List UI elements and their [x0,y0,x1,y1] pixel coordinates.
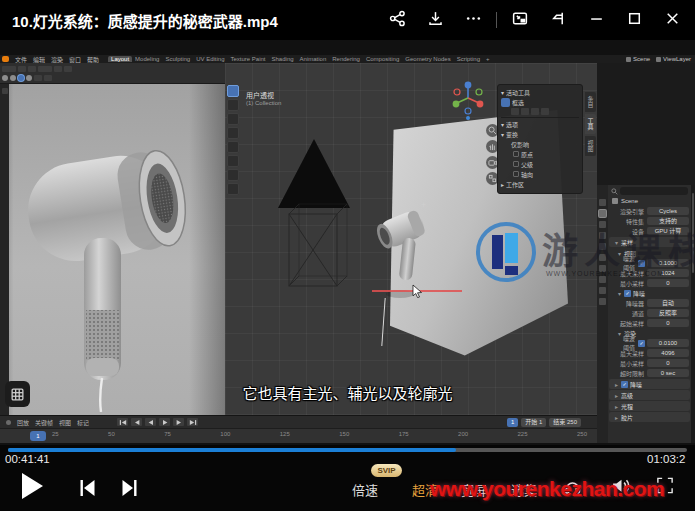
property-value[interactable]: 0.0100 [647,339,689,347]
header-chip[interactable] [18,66,26,72]
outliner-panel[interactable] [597,63,695,185]
sidebar-tab[interactable]: 条目 [585,92,596,112]
timeline-menu-item[interactable]: 标记 [77,418,89,427]
mini-window-button[interactable] [543,6,573,34]
viewlayer-tab-icon[interactable] [599,232,606,239]
data-tab-icon[interactable] [599,298,606,305]
current-frame-indicator[interactable]: 1 [30,431,46,441]
tool-move[interactable] [227,113,239,125]
tool-tab-icon[interactable] [599,199,606,206]
timeline-menu-item[interactable]: 回放 [17,418,29,427]
property-value[interactable]: 反照率 [647,309,689,317]
mode-icon[interactable] [531,108,539,115]
jump-to-end-button[interactable] [187,418,198,426]
tool-transform[interactable] [227,155,239,167]
workspace-tab[interactable]: Rendering [329,56,363,62]
viewlayer-selector[interactable]: ViewLayer [656,56,691,62]
main-3d-viewport[interactable]: 用户透视 (1) Collection [225,63,597,415]
episodes-button[interactable]: 选集 [511,480,537,499]
property-row[interactable]: 降噪器 自动 [608,298,691,308]
object-tab-icon[interactable] [599,265,606,272]
share-button[interactable] [382,6,412,34]
workspace-tab[interactable]: Scripting [454,56,483,62]
menu-item[interactable]: 文件 [12,55,30,63]
property-row[interactable]: 最小采样 0 [608,358,691,368]
property-row[interactable]: ▾ ✓ 降噪 [608,288,691,298]
progress-bar[interactable] [8,448,687,452]
wireframe-cage-object[interactable] [283,200,353,292]
proportional-edit-icon[interactable] [64,66,72,72]
property-row[interactable]: 渲染引擎 Cycles [608,206,691,216]
picture-in-picture-button[interactable] [505,6,535,34]
minimize-button[interactable] [581,6,611,34]
next-button[interactable] [118,477,141,503]
checkbox[interactable] [513,151,519,157]
workspace-tab[interactable]: Texture Paint [228,56,269,62]
sidebar-tab[interactable]: 工具 [585,114,596,134]
workspace-tab[interactable]: Geometry Nodes [402,56,453,62]
workspace-header[interactable]: ▸工作区 [501,179,579,189]
checkbox[interactable]: ✓ [638,260,645,267]
checkbox-row[interactable]: 父级 [501,159,579,169]
active-tool-row[interactable]: 框选 [501,97,579,107]
menu-item[interactable]: 帮助 [84,55,102,63]
workspace-tab[interactable]: Sculpting [162,56,193,62]
play-button[interactable] [22,473,43,499]
active-tool-header[interactable]: ▾活动工具 [501,87,579,97]
property-value[interactable]: 0 [647,319,689,327]
shading-wireframe-icon[interactable] [2,75,8,81]
tool-annotate[interactable] [227,169,239,181]
output-tab-icon[interactable] [599,221,606,228]
frame-end-field[interactable]: 结束 250 [549,418,581,427]
property-row[interactable]: ▸ 胶片 [609,412,690,422]
property-value[interactable]: 1024 [647,269,689,277]
property-row[interactable]: 最小采样 0 [608,278,691,288]
options-header[interactable]: ▾选项 [501,119,579,129]
property-row[interactable]: ▾ 采样 [609,237,690,247]
editor-type-icon[interactable] [6,420,11,425]
property-value[interactable]: 支持的 [647,217,689,225]
timeline-menu-item[interactable]: 关键帧 [35,418,53,427]
playback-speed-button[interactable]: 倍速 [352,480,378,499]
navigation-gizmo[interactable] [450,80,486,116]
cone-object[interactable] [278,139,350,208]
workspace-tab[interactable]: Animation [297,56,330,62]
listen-mode-button[interactable] [562,476,583,500]
more-button[interactable] [458,6,488,34]
close-button[interactable] [657,6,687,34]
property-row[interactable]: ✓ 噪波阈值 0.1000 [608,258,691,268]
header-chip[interactable] [28,66,36,72]
frame-start-field[interactable]: 开始 1 [521,418,546,427]
tool-cursor[interactable] [227,99,239,111]
mode-icon[interactable] [521,108,529,115]
property-row[interactable]: 起始采样 0 [608,318,691,328]
property-row[interactable]: 最大采样 4096 [608,348,691,358]
property-row[interactable]: 超时限制 0 sec [608,368,691,378]
properties-search-input[interactable] [620,187,688,195]
checkbox-row[interactable]: 轴向 [501,169,579,179]
quality-button[interactable]: 超清 [412,480,438,499]
timeline-menu-item[interactable]: 视图 [59,418,71,427]
timeline-ruler[interactable]: 255075100125150175200225250 1 [0,428,597,443]
property-value[interactable]: GPU 计算 [647,227,689,235]
mode-dropdown[interactable] [2,66,16,72]
workspace-tab[interactable]: Layout [108,56,132,62]
property-value[interactable]: 0 [647,359,689,367]
toolbar-expand-icon[interactable] [2,88,8,94]
tool-scale[interactable] [227,141,239,153]
previous-button[interactable] [76,477,99,503]
workspace-tab[interactable]: Modeling [132,56,162,62]
modifier-tab-icon[interactable] [599,276,606,283]
render-tab-icon[interactable] [599,210,606,217]
property-value[interactable]: Cycles [647,207,689,215]
checkbox[interactable] [513,161,519,167]
download-button[interactable] [420,6,450,34]
tool-select-box[interactable] [227,85,239,97]
checkbox[interactable] [513,171,519,177]
widescreen-button[interactable]: 宽屏 [461,480,487,499]
property-row[interactable]: 设备 GPU 计算 [608,226,691,236]
shading-material-icon[interactable] [26,75,32,81]
shading-rendered-icon[interactable] [18,75,24,81]
transform-orientation-dropdown[interactable] [38,66,52,72]
maximize-button[interactable] [619,6,649,34]
